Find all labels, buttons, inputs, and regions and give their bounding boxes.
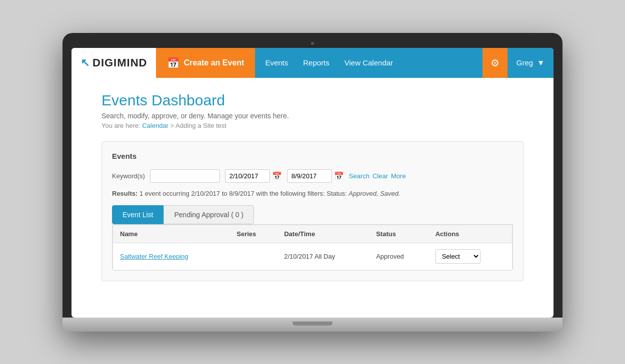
event-name-cell: Saltwater Reef Keeping [113,243,230,270]
main-content: Events Dashboard Search, modify, approve… [72,78,554,301]
keyword-input[interactable] [150,169,220,183]
search-link[interactable]: Search [349,172,370,180]
logo-arrow-icon: ↖ [80,56,90,69]
col-series: Series [230,225,277,243]
col-name: Name [113,225,230,243]
calendar-from-icon[interactable]: 📅 [272,171,282,181]
event-status-cell: Approved [369,243,428,270]
results-text: Results: 1 event occurring 2/10/2017 to … [112,190,513,197]
nav-right: ⚙ Greg ▼ [482,48,554,78]
settings-button[interactable]: ⚙ [482,48,508,78]
date-to-group: 📅 [287,169,344,183]
more-link[interactable]: More [391,172,406,180]
events-panel-title: Events [112,152,513,160]
breadcrumb: You are here: Calendar > Adding a Site t… [102,122,524,129]
col-datetime: Date/Time [277,225,369,243]
date-from-group: 📅 [225,169,282,183]
event-datetime-cell: 2/10/2017 All Day [277,243,369,270]
nav-logo: ↖ DIGIMIND [72,48,156,78]
col-status: Status [369,225,428,243]
gear-icon: ⚙ [490,57,500,69]
events-panel: Events Keyword(s) 📅 📅 Search [102,141,524,281]
events-table: Name Series Date/Time Status Actions [112,225,512,270]
filter-actions: Search Clear More [349,172,406,180]
col-actions: Actions [428,225,512,243]
table-row: Saltwater Reef Keeping 2/10/2017 All Day… [113,243,512,270]
date-from-input[interactable] [225,169,270,183]
results-status: Approved, Saved. [348,190,400,197]
tabs: Event List Pending Approval ( 0 ) [112,205,513,224]
event-name-link[interactable]: Saltwater Reef Keeping [120,253,188,260]
results-bold: Results: [112,190,138,197]
breadcrumb-trail: > Adding a Site test [168,122,226,129]
clear-link[interactable]: Clear [372,172,388,180]
page-subtitle: Search, modify, approve, or deny. Manage… [102,112,524,120]
nav-links: Events Reports View Calendar [255,48,482,78]
calendar-to-icon[interactable]: 📅 [334,171,344,181]
tabs-and-table: Event List Pending Approval ( 0 ) Name S… [112,205,513,271]
nav-link-events[interactable]: Events [265,58,288,67]
tab-pending-approval[interactable]: Pending Approval ( 0 ) [164,205,254,224]
create-event-label: Create an Event [184,58,244,67]
navbar: ↖ DIGIMIND 📅 Create an Event Events Repo… [72,48,554,78]
filter-row: Keyword(s) 📅 📅 Search Clear More [112,169,513,183]
date-to-input[interactable] [287,169,332,183]
user-menu[interactable]: Greg ▼ [508,58,554,67]
action-select[interactable]: Select [436,249,480,264]
event-actions-cell: Select [428,243,512,270]
tab-event-list[interactable]: Event List [112,205,164,224]
calendar-icon: 📅 [167,57,180,69]
table-wrapper: Name Series Date/Time Status Actions [112,224,513,271]
breadcrumb-prefix: You are here: [102,122,142,129]
nav-link-view-calendar[interactable]: View Calendar [344,58,393,67]
chevron-down-icon: ▼ [537,58,544,67]
nav-link-reports[interactable]: Reports [303,58,330,67]
logo-text: DIGIMIND [92,56,147,69]
keyword-label: Keyword(s) [112,172,145,180]
breadcrumb-calendar-link[interactable]: Calendar [142,122,168,129]
results-body: 1 event occurring 2/10/2017 to 8/9/2017 … [138,190,348,197]
create-event-button[interactable]: 📅 Create an Event [156,48,255,78]
event-series-cell [230,243,277,270]
username-label: Greg [516,58,533,67]
page-title: Events Dashboard [102,92,524,109]
